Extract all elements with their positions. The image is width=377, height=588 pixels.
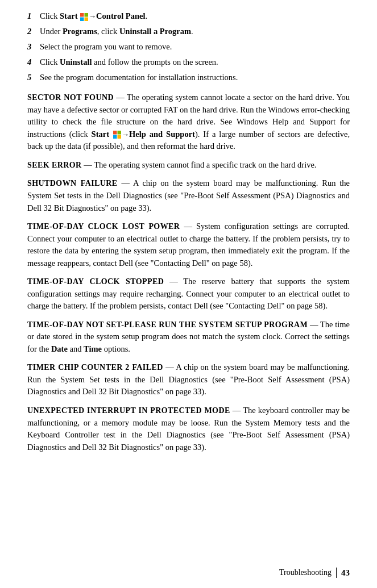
steps-list: 1Click Start →Control Panel.2Under Progr… <box>27 10 350 84</box>
step-text: Select the program you want to remove. <box>40 41 350 53</box>
svg-rect-6 <box>113 135 117 139</box>
step-number: 1 <box>27 10 40 22</box>
section-unexpected-interrupt: UNEXPECTED INTERRUPT IN PROTECTED MODE —… <box>27 404 350 453</box>
step-number: 5 <box>27 72 40 84</box>
footer-divider <box>336 568 337 578</box>
section-time-of-day-clock-stopped: TIME-OF-DAY CLOCK STOPPED — The reserve … <box>27 276 350 312</box>
step-number: 4 <box>27 56 40 68</box>
svg-rect-4 <box>113 131 117 135</box>
section-emdash: — <box>230 406 243 415</box>
section-timer-chip-counter: TIMER CHIP COUNTER 2 FAILED — A chip on … <box>27 361 350 398</box>
sections-container: SECTOR NOT FOUND — The operating system … <box>27 91 350 453</box>
step-item: 1Click Start →Control Panel. <box>27 10 350 22</box>
section-emdash: — <box>164 277 183 286</box>
section-emdash: — <box>180 222 196 231</box>
section-seek-error: SEEK ERROR — The operating system cannot… <box>27 159 350 172</box>
section-emdash: — <box>118 178 133 187</box>
windows-logo-icon <box>113 130 121 138</box>
section-heading: TIMER CHIP COUNTER 2 FAILED <box>27 363 163 372</box>
step-text: Under Programs, click Uninstall a Progra… <box>40 26 350 37</box>
svg-rect-1 <box>85 13 89 17</box>
footer-page: 43 <box>341 568 350 578</box>
section-heading: TIME-OF-DAY NOT SET-PLEASE RUN THE SYSTE… <box>27 320 308 329</box>
step-text: See the program documentation for instal… <box>40 72 350 84</box>
svg-rect-3 <box>85 17 89 21</box>
section-heading: SHUTDOWN FAILURE <box>27 179 118 187</box>
step-text: Click Uninstall and follow the prompts o… <box>40 56 350 68</box>
section-heading: SECTOR NOT FOUND <box>27 93 114 102</box>
step-number: 3 <box>27 41 40 53</box>
section-sector-not-found: SECTOR NOT FOUND — The operating system … <box>27 91 350 153</box>
step-text: Click Start →Control Panel. <box>40 10 350 22</box>
section-time-of-day-clock-lost-power: TIME-OF-DAY CLOCK LOST POWER — System co… <box>27 220 350 269</box>
section-heading: TIME-OF-DAY CLOCK STOPPED <box>27 277 164 286</box>
footer-label: Troubleshooting <box>279 568 332 577</box>
section-heading: UNEXPECTED INTERRUPT IN PROTECTED MODE <box>27 406 230 415</box>
section-shutdown-failure: SHUTDOWN FAILURE — A chip on the system … <box>27 177 350 214</box>
svg-rect-0 <box>80 13 84 17</box>
step-item: 5See the program documentation for insta… <box>27 72 350 84</box>
section-heading: SEEK ERROR <box>27 161 82 169</box>
svg-rect-7 <box>118 135 122 139</box>
step-item: 2Under Programs, click Uninstall a Progr… <box>27 26 350 37</box>
section-emdash: — <box>82 160 94 169</box>
section-emdash: — <box>114 93 127 102</box>
windows-logo-icon <box>80 12 88 20</box>
step-item: 3Select the program you want to remove. <box>27 41 350 53</box>
section-emdash: — <box>163 362 176 372</box>
section-body: The operating system cannot find a speci… <box>94 160 316 169</box>
section-time-of-day-not-set: TIME-OF-DAY NOT SET-PLEASE RUN THE SYSTE… <box>27 319 350 356</box>
section-heading: TIME-OF-DAY CLOCK LOST POWER <box>27 222 180 231</box>
svg-rect-5 <box>118 131 122 135</box>
step-number: 2 <box>27 26 40 37</box>
footer: Troubleshooting 43 <box>279 568 350 578</box>
svg-rect-2 <box>80 17 84 21</box>
section-emdash: — <box>308 320 320 329</box>
step-item: 4Click Uninstall and follow the prompts … <box>27 56 350 68</box>
